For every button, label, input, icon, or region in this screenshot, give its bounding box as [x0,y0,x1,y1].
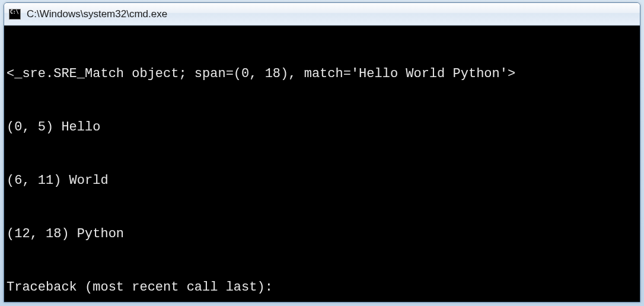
console-output[interactable]: <_sre.SRE_Match object; span=(0, 18), ma… [4,26,640,302]
output-line: <_sre.SRE_Match object; span=(0, 18), ma… [7,65,637,83]
output-line: (12, 18) Python [7,225,637,243]
cmd-icon: C:\ [9,9,21,20]
output-line: (0, 5) Hello [7,119,637,136]
output-line: (6, 11) World [7,172,637,190]
cmd-window: C:\ C:\Windows\system32\cmd.exe <_sre.SR… [4,2,640,302]
window-title: C:\Windows\system32\cmd.exe [27,8,167,20]
titlebar[interactable]: C:\ C:\Windows\system32\cmd.exe [4,3,640,26]
cmd-icon-text: C:\ [10,10,18,15]
output-line: Traceback (most recent call last): [7,279,637,297]
